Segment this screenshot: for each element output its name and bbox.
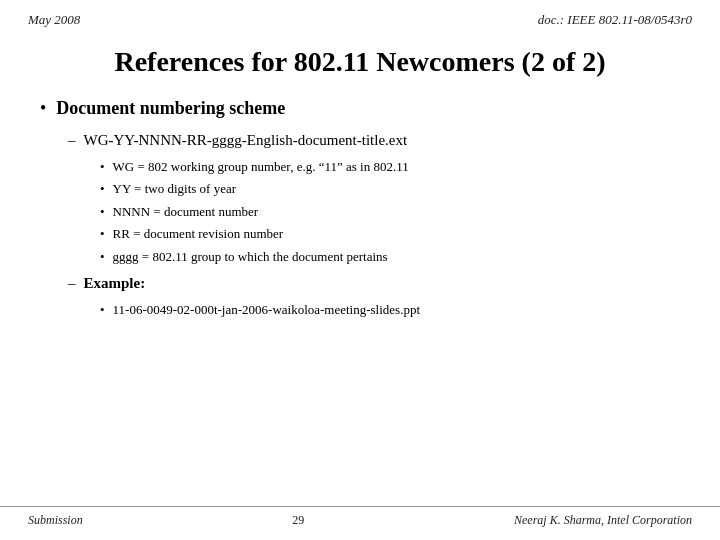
sub-bullet-wg: • WG = 802 working group number, e.g. “1… xyxy=(100,157,680,177)
sub-bullet-icon-5: • xyxy=(100,247,105,267)
sub-bullet-nnnn: • NNNN = document number xyxy=(100,202,680,222)
slide-title: References for 802.11 Newcomers (2 of 2) xyxy=(28,46,692,78)
sub-bullet-example: • 11-06-0049-02-000t-jan-2006-waikoloa-m… xyxy=(100,300,680,320)
slide: May 2008 doc.: IEEE 802.11-08/0543r0 Ref… xyxy=(0,0,720,540)
main-bullet-item: • Document numbering scheme xyxy=(40,96,680,121)
sub-bullet-text-gggg: gggg = 802.11 group to which the documen… xyxy=(113,247,388,267)
footer: Submission 29 Neeraj K. Sharma, Intel Co… xyxy=(0,506,720,528)
sub-bullet-icon-example: • xyxy=(100,300,105,320)
dash-item-2: – Example: xyxy=(68,272,680,295)
sub-bullets-1: • WG = 802 working group number, e.g. “1… xyxy=(100,157,680,267)
sub-bullet-icon-1: • xyxy=(100,157,105,177)
footer-page-number: 29 xyxy=(292,513,304,528)
sub-section-1: – WG-YY-NNNN-RR-gggg-English-document-ti… xyxy=(68,129,680,266)
example-label: Example: xyxy=(84,272,146,295)
dash-text-1: WG-YY-NNNN-RR-gggg-English-document-titl… xyxy=(84,129,408,152)
slide-content: • Document numbering scheme – WG-YY-NNNN… xyxy=(0,96,720,319)
header-date: May 2008 xyxy=(28,12,80,28)
sub-bullet-icon-4: • xyxy=(100,224,105,244)
sub-bullet-text-rr: RR = document revision number xyxy=(113,224,284,244)
sub-bullet-icon-3: • xyxy=(100,202,105,222)
footer-author: Neeraj K. Sharma, Intel Corporation xyxy=(514,513,692,528)
sub-bullet-yy: • YY = two digits of year xyxy=(100,179,680,199)
sub-bullet-text-yy: YY = two digits of year xyxy=(113,179,236,199)
dash-icon-2: – xyxy=(68,272,76,295)
header: May 2008 doc.: IEEE 802.11-08/0543r0 xyxy=(0,0,720,36)
dash-icon-1: – xyxy=(68,129,76,152)
sub-bullet-gggg: • gggg = 802.11 group to which the docum… xyxy=(100,247,680,267)
sub-bullets-2: • 11-06-0049-02-000t-jan-2006-waikoloa-m… xyxy=(100,300,680,320)
header-doc: doc.: IEEE 802.11-08/0543r0 xyxy=(538,12,692,28)
bullet-icon: • xyxy=(40,96,46,121)
sub-bullet-text-wg: WG = 802 working group number, e.g. “11”… xyxy=(113,157,409,177)
sub-section-2: – Example: • 11-06-0049-02-000t-jan-2006… xyxy=(68,272,680,319)
dash-item-1: – WG-YY-NNNN-RR-gggg-English-document-ti… xyxy=(68,129,680,152)
footer-submission: Submission xyxy=(28,513,83,528)
sub-bullet-rr: • RR = document revision number xyxy=(100,224,680,244)
sub-bullet-text-nnnn: NNNN = document number xyxy=(113,202,259,222)
main-bullet-label: Document numbering scheme xyxy=(56,96,285,121)
sub-bullet-icon-2: • xyxy=(100,179,105,199)
sub-bullet-text-example: 11-06-0049-02-000t-jan-2006-waikoloa-mee… xyxy=(113,300,420,320)
